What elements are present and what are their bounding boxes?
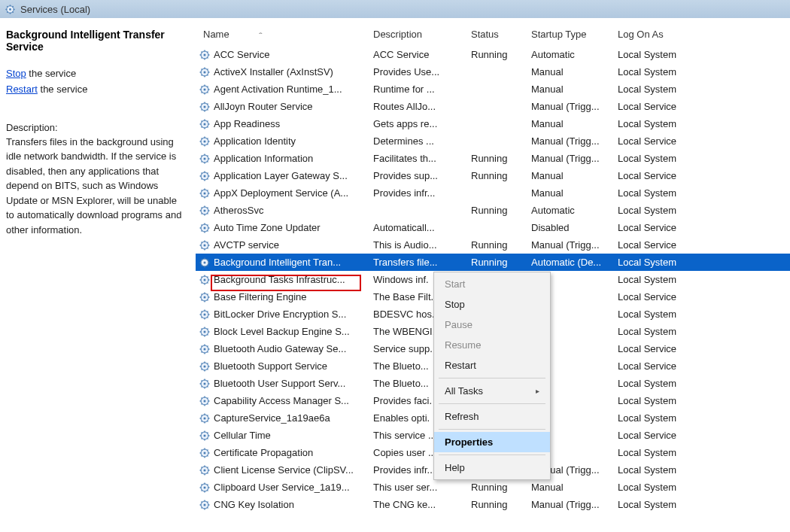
gear-icon bbox=[199, 326, 211, 338]
table-row[interactable]: Agent Activation Runtime_1...Runtime for… bbox=[196, 81, 790, 98]
cell-status: Running bbox=[466, 496, 527, 513]
restart-link[interactable]: Restart bbox=[6, 84, 38, 95]
cell-description: Provides Use... bbox=[369, 63, 466, 81]
service-name: AllJoyn Router Service bbox=[214, 101, 313, 112]
cell-logon: Local System bbox=[613, 375, 790, 392]
cell-startup: Automatic bbox=[527, 46, 613, 63]
gear-icon bbox=[199, 49, 211, 61]
cell-logon: Local System bbox=[613, 63, 790, 81]
sidebar: Background Intelligent Transfer Service … bbox=[0, 18, 196, 532]
service-name: Background Tasks Infrastruc... bbox=[214, 274, 345, 285]
table-row[interactable]: AtherosSvcRunningAutomaticLocal System bbox=[196, 202, 790, 219]
cell-description: Gets apps re... bbox=[369, 115, 466, 132]
gear-icon bbox=[199, 430, 211, 442]
service-name: Auto Time Zone Updater bbox=[214, 222, 321, 233]
table-row[interactable]: Application InformationFacilitates th...… bbox=[196, 150, 790, 167]
service-name: Block Level Backup Engine S... bbox=[214, 326, 350, 337]
gear-icon bbox=[199, 205, 211, 217]
title-bar: Services (Local) bbox=[0, 0, 790, 18]
gear-icon bbox=[199, 187, 211, 199]
cell-status bbox=[466, 184, 527, 202]
cell-status: Running bbox=[466, 479, 527, 496]
table-row[interactable]: ActiveX Installer (AxInstSV)Provides Use… bbox=[196, 63, 790, 81]
menu-all-tasks[interactable]: All Tasks bbox=[434, 381, 550, 401]
cell-startup: Manual (Trigg... bbox=[527, 496, 613, 513]
service-name: ActiveX Installer (AxInstSV) bbox=[214, 66, 333, 78]
table-row[interactable]: ACC ServiceACC ServiceRunningAutomaticLo… bbox=[196, 46, 790, 63]
cell-status bbox=[466, 132, 527, 150]
cell-description: ACC Service bbox=[369, 46, 466, 63]
gear-icon bbox=[199, 482, 211, 494]
table-row[interactable]: Application Layer Gateway S...Provides s… bbox=[196, 167, 790, 184]
cell-status bbox=[466, 63, 527, 81]
table-row[interactable]: AllJoyn Router ServiceRoutes AllJo...Man… bbox=[196, 98, 790, 115]
col-logon[interactable]: Log On As bbox=[613, 26, 790, 46]
table-row[interactable]: Application IdentityDetermines ...Manual… bbox=[196, 132, 790, 150]
cell-logon: Local System bbox=[613, 202, 790, 219]
menu-refresh[interactable]: Refresh bbox=[434, 406, 550, 427]
cell-startup: Automatic (De... bbox=[527, 254, 613, 271]
cell-logon: Local System bbox=[613, 254, 790, 271]
service-name: Application Identity bbox=[214, 135, 296, 147]
gear-icon bbox=[199, 66, 211, 78]
cell-status: Running bbox=[466, 254, 527, 271]
cell-logon: Local Service bbox=[613, 236, 790, 254]
service-name: AppX Deployment Service (A... bbox=[214, 187, 348, 199]
table-row[interactable]: Background Intelligent Tran...Transfers … bbox=[196, 254, 790, 271]
table-row[interactable]: AVCTP serviceThis is Audio...RunningManu… bbox=[196, 236, 790, 254]
menu-properties[interactable]: Properties bbox=[434, 432, 550, 452]
gear-icon bbox=[199, 101, 211, 113]
gear-icon bbox=[199, 395, 211, 407]
cell-startup: Automatic bbox=[527, 202, 613, 219]
cell-logon: Local System bbox=[613, 444, 790, 461]
service-name: CaptureService_1a19ae6a bbox=[214, 412, 330, 424]
service-name: Base Filtering Engine bbox=[214, 291, 307, 302]
menu-stop[interactable]: Stop bbox=[434, 294, 550, 315]
gear-icon bbox=[199, 222, 211, 234]
cell-description: The CNG ke... bbox=[369, 496, 466, 513]
cell-status bbox=[466, 98, 527, 115]
cell-status bbox=[466, 115, 527, 132]
description-label: Description: bbox=[6, 122, 187, 133]
table-row[interactable]: App ReadinessGets apps re...ManualLocal … bbox=[196, 115, 790, 132]
cell-status: Running bbox=[466, 150, 527, 167]
service-name: Bluetooth Support Service bbox=[214, 360, 327, 372]
cell-description: Automaticall... bbox=[369, 219, 466, 236]
menu-help[interactable]: Help bbox=[434, 458, 550, 478]
service-name: AtherosSvc bbox=[214, 205, 263, 216]
table-row[interactable]: AppX Deployment Service (A...Provides in… bbox=[196, 184, 790, 202]
cell-status bbox=[466, 219, 527, 236]
table-row[interactable]: Clipboard User Service_1a19...This user … bbox=[196, 479, 790, 496]
cell-description: Runtime for ... bbox=[369, 81, 466, 98]
services-list-panel: Nameˆ Description Status Startup Type Lo… bbox=[196, 18, 790, 532]
service-name: Capability Access Manager S... bbox=[214, 395, 349, 406]
cell-status: Running bbox=[466, 167, 527, 184]
gear-icon bbox=[199, 464, 211, 476]
cell-logon: Local Service bbox=[613, 288, 790, 306]
context-menu[interactable]: Start Stop Pause Resume Restart All Task… bbox=[433, 272, 551, 480]
gear-icon bbox=[199, 447, 211, 459]
gear-icon bbox=[199, 291, 211, 303]
cell-startup: Manual (Trigg... bbox=[527, 98, 613, 115]
selected-service-title: Background Intelligent Transfer Service bbox=[6, 29, 187, 53]
gear-icon bbox=[199, 378, 211, 390]
cell-description: Provides sup... bbox=[369, 167, 466, 184]
cell-description: This is Audio... bbox=[369, 236, 466, 254]
cell-logon: Local System bbox=[613, 496, 790, 513]
col-status[interactable]: Status bbox=[466, 26, 527, 46]
gear-icon bbox=[199, 84, 211, 96]
cell-logon: Local System bbox=[613, 306, 790, 323]
col-name[interactable]: Nameˆ bbox=[196, 26, 369, 46]
stop-link[interactable]: Stop bbox=[6, 68, 26, 79]
table-row[interactable]: CNG Key IsolationThe CNG ke...RunningMan… bbox=[196, 496, 790, 513]
service-name: Application Layer Gateway S... bbox=[214, 170, 348, 181]
table-row[interactable]: Auto Time Zone UpdaterAutomaticall...Dis… bbox=[196, 219, 790, 236]
menu-restart[interactable]: Restart bbox=[434, 355, 550, 375]
cell-description bbox=[369, 202, 466, 219]
cell-startup: Manual bbox=[527, 63, 613, 81]
service-name: CNG Key Isolation bbox=[214, 499, 294, 510]
col-description[interactable]: Description bbox=[369, 26, 466, 46]
col-startup[interactable]: Startup Type bbox=[527, 26, 613, 46]
service-name: Agent Activation Runtime_1... bbox=[214, 84, 342, 95]
gear-icon bbox=[199, 135, 211, 147]
